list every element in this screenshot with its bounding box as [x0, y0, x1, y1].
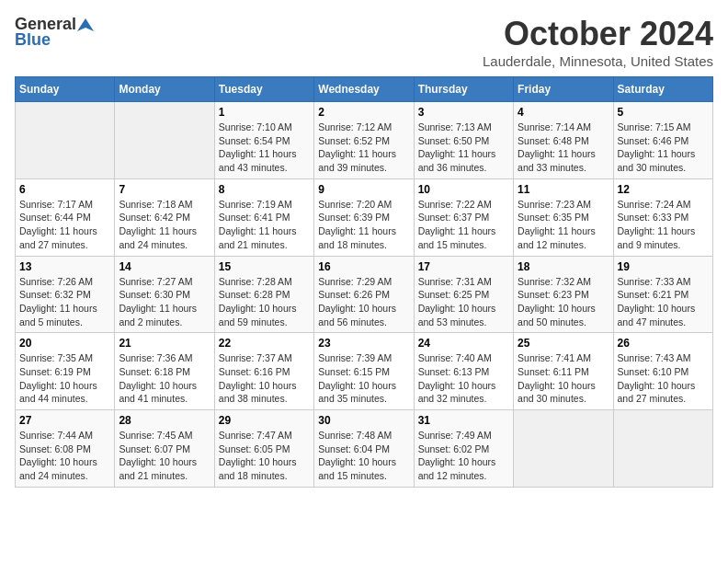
calendar-cell: 27Sunrise: 7:44 AM Sunset: 6:08 PM Dayli… — [16, 410, 115, 488]
day-info: Sunrise: 7:41 AM Sunset: 6:11 PM Dayligh… — [518, 351, 609, 406]
header-day-tuesday: Tuesday — [214, 77, 313, 102]
day-number: 17 — [418, 260, 509, 273]
day-number: 2 — [318, 106, 409, 119]
calendar-cell: 14Sunrise: 7:27 AM Sunset: 6:30 PM Dayli… — [115, 256, 214, 333]
day-info: Sunrise: 7:20 AM Sunset: 6:39 PM Dayligh… — [318, 198, 409, 252]
calendar-cell: 3Sunrise: 7:13 AM Sunset: 6:50 PM Daylig… — [414, 102, 513, 179]
day-number: 5 — [618, 106, 709, 119]
month-title: October 2024 — [483, 15, 713, 53]
day-number: 13 — [19, 260, 110, 273]
day-info: Sunrise: 7:22 AM Sunset: 6:37 PM Dayligh… — [418, 198, 509, 252]
day-number: 26 — [618, 337, 709, 350]
calendar-cell: 19Sunrise: 7:33 AM Sunset: 6:21 PM Dayli… — [613, 256, 712, 333]
day-number: 23 — [318, 337, 409, 350]
header-day-thursday: Thursday — [414, 77, 513, 102]
day-number: 3 — [418, 106, 509, 119]
day-info: Sunrise: 7:40 AM Sunset: 6:13 PM Dayligh… — [418, 351, 509, 406]
week-row-1: 1Sunrise: 7:10 AM Sunset: 6:54 PM Daylig… — [16, 102, 713, 179]
calendar-cell: 22Sunrise: 7:37 AM Sunset: 6:16 PM Dayli… — [214, 333, 313, 410]
day-info: Sunrise: 7:26 AM Sunset: 6:32 PM Dayligh… — [19, 275, 110, 329]
day-info: Sunrise: 7:49 AM Sunset: 6:02 PM Dayligh… — [418, 429, 509, 483]
day-number: 8 — [219, 183, 310, 196]
header-day-wednesday: Wednesday — [314, 77, 414, 102]
calendar-cell: 8Sunrise: 7:19 AM Sunset: 6:41 PM Daylig… — [214, 178, 313, 256]
header-day-saturday: Saturday — [613, 77, 712, 102]
day-number: 9 — [318, 183, 409, 196]
calendar-cell: 2Sunrise: 7:12 AM Sunset: 6:52 PM Daylig… — [314, 102, 414, 179]
header-day-monday: Monday — [115, 77, 214, 102]
calendar-table: SundayMondayTuesdayWednesdayThursdayFrid… — [15, 76, 713, 488]
day-number: 25 — [518, 337, 609, 350]
calendar-cell — [514, 410, 613, 488]
day-info: Sunrise: 7:18 AM Sunset: 6:42 PM Dayligh… — [119, 198, 210, 252]
calendar-cell: 28Sunrise: 7:45 AM Sunset: 6:07 PM Dayli… — [115, 410, 214, 488]
day-info: Sunrise: 7:19 AM Sunset: 6:41 PM Dayligh… — [219, 198, 310, 252]
week-row-3: 13Sunrise: 7:26 AM Sunset: 6:32 PM Dayli… — [16, 256, 713, 333]
calendar-cell — [613, 410, 712, 488]
day-number: 31 — [418, 414, 509, 427]
calendar-cell: 25Sunrise: 7:41 AM Sunset: 6:11 PM Dayli… — [514, 333, 613, 410]
logo-bird-icon — [77, 17, 94, 33]
day-number: 18 — [518, 260, 609, 273]
day-info: Sunrise: 7:14 AM Sunset: 6:48 PM Dayligh… — [518, 121, 609, 175]
day-number: 1 — [219, 106, 310, 119]
calendar-cell: 29Sunrise: 7:47 AM Sunset: 6:05 PM Dayli… — [214, 410, 313, 488]
day-info: Sunrise: 7:43 AM Sunset: 6:10 PM Dayligh… — [618, 351, 709, 406]
header-row: SundayMondayTuesdayWednesdayThursdayFrid… — [16, 77, 713, 102]
calendar-cell: 23Sunrise: 7:39 AM Sunset: 6:15 PM Dayli… — [314, 333, 414, 410]
day-info: Sunrise: 7:31 AM Sunset: 6:25 PM Dayligh… — [418, 275, 509, 329]
header-day-friday: Friday — [514, 77, 613, 102]
day-info: Sunrise: 7:13 AM Sunset: 6:50 PM Dayligh… — [418, 121, 509, 175]
calendar-cell: 4Sunrise: 7:14 AM Sunset: 6:48 PM Daylig… — [514, 102, 613, 179]
day-info: Sunrise: 7:39 AM Sunset: 6:15 PM Dayligh… — [318, 351, 409, 406]
calendar-cell: 5Sunrise: 7:15 AM Sunset: 6:46 PM Daylig… — [613, 102, 712, 179]
day-number: 10 — [418, 183, 509, 196]
day-info: Sunrise: 7:37 AM Sunset: 6:16 PM Dayligh… — [219, 351, 310, 406]
calendar-cell — [115, 102, 214, 179]
day-info: Sunrise: 7:32 AM Sunset: 6:23 PM Dayligh… — [518, 275, 609, 329]
svg-marker-0 — [77, 18, 94, 31]
day-number: 7 — [119, 183, 210, 196]
day-info: Sunrise: 7:10 AM Sunset: 6:54 PM Dayligh… — [219, 121, 310, 175]
calendar-body: 1Sunrise: 7:10 AM Sunset: 6:54 PM Daylig… — [16, 102, 713, 488]
calendar-cell: 17Sunrise: 7:31 AM Sunset: 6:25 PM Dayli… — [414, 256, 513, 333]
calendar-cell: 7Sunrise: 7:18 AM Sunset: 6:42 PM Daylig… — [115, 178, 214, 256]
calendar-cell: 16Sunrise: 7:29 AM Sunset: 6:26 PM Dayli… — [314, 256, 414, 333]
calendar-cell: 6Sunrise: 7:17 AM Sunset: 6:44 PM Daylig… — [16, 178, 115, 256]
calendar-cell: 24Sunrise: 7:40 AM Sunset: 6:13 PM Dayli… — [414, 333, 513, 410]
day-number: 4 — [518, 106, 609, 119]
day-number: 14 — [119, 260, 210, 273]
calendar-cell — [16, 102, 115, 179]
day-info: Sunrise: 7:28 AM Sunset: 6:28 PM Dayligh… — [219, 275, 310, 329]
logo-blue-text: Blue — [15, 30, 51, 50]
week-row-5: 27Sunrise: 7:44 AM Sunset: 6:08 PM Dayli… — [16, 410, 713, 488]
day-number: 19 — [618, 260, 709, 273]
calendar-cell: 31Sunrise: 7:49 AM Sunset: 6:02 PM Dayli… — [414, 410, 513, 488]
day-info: Sunrise: 7:27 AM Sunset: 6:30 PM Dayligh… — [119, 275, 210, 329]
title-block: October 2024 Lauderdale, Minnesota, Unit… — [483, 15, 713, 69]
day-number: 21 — [119, 337, 210, 350]
day-info: Sunrise: 7:23 AM Sunset: 6:35 PM Dayligh… — [518, 198, 609, 252]
day-info: Sunrise: 7:24 AM Sunset: 6:33 PM Dayligh… — [618, 198, 709, 252]
day-number: 20 — [19, 337, 110, 350]
calendar-cell: 1Sunrise: 7:10 AM Sunset: 6:54 PM Daylig… — [214, 102, 313, 179]
calendar-cell: 11Sunrise: 7:23 AM Sunset: 6:35 PM Dayli… — [514, 178, 613, 256]
day-info: Sunrise: 7:48 AM Sunset: 6:04 PM Dayligh… — [318, 429, 409, 483]
calendar-cell: 12Sunrise: 7:24 AM Sunset: 6:33 PM Dayli… — [613, 178, 712, 256]
day-info: Sunrise: 7:44 AM Sunset: 6:08 PM Dayligh… — [19, 429, 110, 483]
day-info: Sunrise: 7:15 AM Sunset: 6:46 PM Dayligh… — [618, 121, 709, 175]
day-info: Sunrise: 7:45 AM Sunset: 6:07 PM Dayligh… — [119, 429, 210, 483]
week-row-4: 20Sunrise: 7:35 AM Sunset: 6:19 PM Dayli… — [16, 333, 713, 410]
calendar-cell: 18Sunrise: 7:32 AM Sunset: 6:23 PM Dayli… — [514, 256, 613, 333]
page-header: General Blue October 2024 Lauderdale, Mi… — [15, 15, 713, 69]
calendar-cell: 13Sunrise: 7:26 AM Sunset: 6:32 PM Dayli… — [16, 256, 115, 333]
day-info: Sunrise: 7:17 AM Sunset: 6:44 PM Dayligh… — [19, 198, 110, 252]
calendar-header: SundayMondayTuesdayWednesdayThursdayFrid… — [16, 77, 713, 102]
calendar-cell: 21Sunrise: 7:36 AM Sunset: 6:18 PM Dayli… — [115, 333, 214, 410]
calendar-cell: 20Sunrise: 7:35 AM Sunset: 6:19 PM Dayli… — [16, 333, 115, 410]
day-number: 22 — [219, 337, 310, 350]
day-number: 15 — [219, 260, 310, 273]
day-number: 30 — [318, 414, 409, 427]
day-info: Sunrise: 7:36 AM Sunset: 6:18 PM Dayligh… — [119, 351, 210, 406]
calendar-cell: 30Sunrise: 7:48 AM Sunset: 6:04 PM Dayli… — [314, 410, 414, 488]
